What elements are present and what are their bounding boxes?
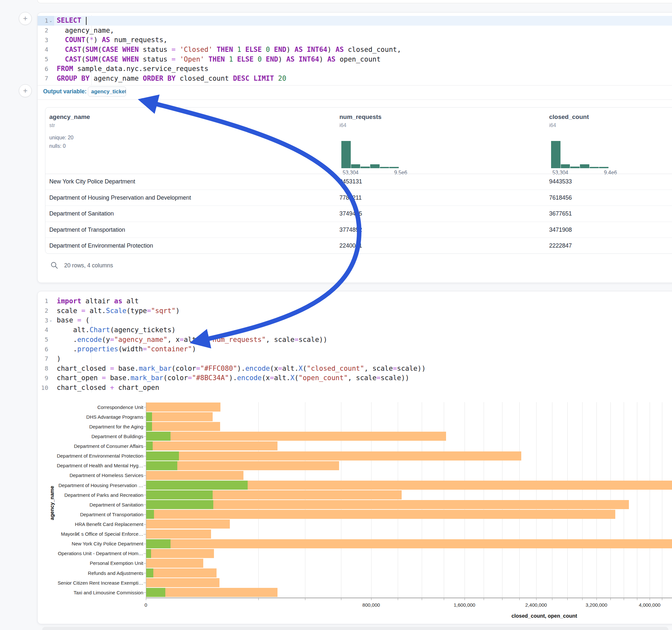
bar-closed-count <box>146 568 217 578</box>
bar-open-count <box>146 412 152 421</box>
x-tick <box>637 598 637 600</box>
y-axis-label: Department of Environmental Protection <box>38 453 143 459</box>
cell-closed-count: 7618456 <box>549 194 572 201</box>
bar-closed-count <box>146 539 672 548</box>
y-axis-label: DHS Advantage Programs <box>38 414 143 420</box>
code-line[interactable]: 5 CAST(SUM(CASE WHEN status = 'Open' THE… <box>38 54 672 64</box>
next-cell-edge <box>42 627 668 630</box>
y-tick <box>144 583 146 583</box>
x-tick <box>484 598 484 600</box>
code-text: FROM sample_data.nyc.service_requests <box>54 65 209 73</box>
bar-open-count <box>146 500 213 509</box>
x-tick <box>146 598 146 600</box>
chevron-down-icon[interactable]: ⌄ <box>48 19 53 23</box>
gridline <box>662 402 662 598</box>
code-text: COUNT(*) AS num_requests, <box>54 36 167 44</box>
bar-closed-count <box>146 500 629 509</box>
y-tick <box>144 544 146 544</box>
result-table: agency_name str unique: 20 nulls: 0 num_… <box>45 107 672 254</box>
bar-open-count <box>146 539 170 548</box>
bar-closed-count <box>146 578 219 587</box>
column-header-closed-count[interactable]: closed_count <box>549 114 589 121</box>
bar-open-count <box>146 461 177 470</box>
code-text: SELECT <box>54 17 87 25</box>
y-axis-label: Senior Citizen Rent Increase Exempti… <box>38 580 143 586</box>
bar-closed-count <box>146 471 243 480</box>
x-axis-title: closed_count, open_count <box>511 613 577 619</box>
x-tick <box>444 598 444 600</box>
bar-closed-count <box>146 510 615 519</box>
bar-open-count <box>146 490 213 500</box>
bar-open-count <box>146 432 170 441</box>
cell-agency-name: Department of Transportation <box>49 226 125 233</box>
y-tick <box>144 534 146 534</box>
cell-closed-count: 3677651 <box>549 210 572 217</box>
column-header-agency-name[interactable]: agency_name <box>49 114 90 121</box>
output-variable-pill[interactable]: agency_tickets <box>88 87 126 97</box>
bar-open-count <box>146 481 248 490</box>
line-number: 4 <box>38 45 54 54</box>
x-axis-line <box>146 598 672 598</box>
output-variable-value: agency_tickets <box>91 89 126 95</box>
table-row[interactable]: Department of Sanitation37494853677651 <box>45 206 672 222</box>
y-axis-label: Correspondence Unit <box>38 405 143 410</box>
cell-num-requests: 3774892 <box>339 226 362 233</box>
gridline <box>637 402 637 598</box>
x-tick <box>398 598 398 600</box>
x-tick <box>582 598 582 600</box>
bar-closed-count <box>146 403 220 412</box>
code-text: agency_name, <box>54 27 114 34</box>
column-header-num-requests[interactable]: num_requests <box>339 114 382 121</box>
y-axis-label: New York City Police Department <box>38 541 143 547</box>
code-output-divider <box>38 85 672 86</box>
cell-agency-name: Department of Sanitation <box>49 210 114 217</box>
table-row[interactable]: New York City Police Department945313194… <box>45 174 672 190</box>
code-line[interactable]: 1⌄SELECT <box>38 16 672 26</box>
x-tick <box>610 598 611 600</box>
gridline <box>650 402 650 598</box>
y-tick <box>144 456 146 456</box>
cell-num-requests: 7782211 <box>339 194 362 201</box>
cell-num-requests: 2240041 <box>339 242 362 249</box>
x-tick <box>567 598 568 600</box>
previous-cell-edge <box>37 0 672 3</box>
bar-closed-count <box>146 432 446 441</box>
y-axis-label: Department of Buildings <box>38 434 143 439</box>
y-tick <box>144 505 146 505</box>
column-stat-nulls: nulls: 0 <box>49 143 66 149</box>
code-line[interactable]: 4 CAST(SUM(CASE WHEN status = 'Closed' T… <box>38 45 672 54</box>
add-cell-button[interactable]: + <box>19 12 32 25</box>
x-axis-label: 800,000 <box>362 602 380 608</box>
line-number: 3 <box>38 35 54 45</box>
y-tick <box>144 417 146 417</box>
y-axis-label: Taxi and Limousine Commission <box>38 590 143 595</box>
x-tick <box>464 598 465 600</box>
add-cell-button-2[interactable]: + <box>19 84 32 97</box>
y-tick <box>144 592 146 593</box>
bar-closed-count <box>146 422 220 431</box>
code-line[interactable]: 3 COUNT(*) AS num_requests, <box>38 35 672 45</box>
x-tick <box>371 598 371 600</box>
table-row[interactable]: Department of Housing Preservation and D… <box>45 190 672 206</box>
y-axis-label: Department of Homeless Services <box>38 472 143 478</box>
output-variable-label: Output variable: <box>43 88 87 95</box>
sql-code-editor[interactable]: 1⌄SELECT 2 agency_name,3 COUNT(*) AS num… <box>38 16 672 83</box>
bar-closed-count <box>146 588 278 597</box>
y-axis-label: Operations Unit - Department of Hom… <box>38 551 143 556</box>
search-icon[interactable] <box>51 262 58 269</box>
y-axis-label: Department of Consumer Affairs <box>38 443 143 449</box>
bar-closed-count <box>146 441 278 451</box>
table-row[interactable]: Department of Environmental Protection22… <box>45 238 672 254</box>
bar-closed-count <box>146 549 214 558</box>
y-tick <box>144 554 146 554</box>
code-line[interactable]: 7GROUP BY agency_name ORDER BY closed_co… <box>38 74 672 83</box>
bar-open-count <box>146 422 152 431</box>
code-line[interactable]: 2 agency_name, <box>38 26 672 35</box>
bar-open-count <box>146 588 165 597</box>
y-axis-label: Department of Health and Mental Hyg… <box>38 463 143 468</box>
bar-closed-count <box>146 452 521 461</box>
table-row[interactable]: Department of Transportation377489234719… <box>45 222 672 238</box>
code-line[interactable]: 6FROM sample_data.nyc.service_requests <box>38 64 672 74</box>
code-text: CAST(SUM(CASE WHEN status = 'Closed' THE… <box>54 46 401 53</box>
y-axis-line <box>146 402 146 598</box>
